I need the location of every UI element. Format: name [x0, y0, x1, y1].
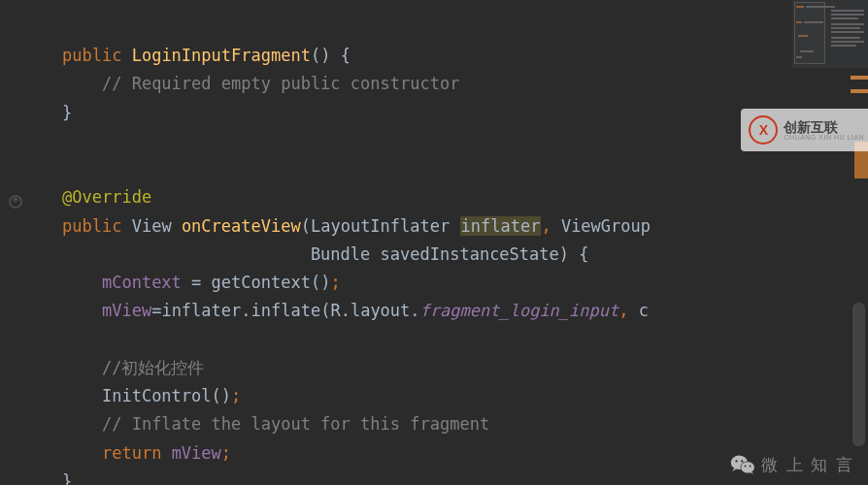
- r-layout-prefix: R.layout.: [330, 301, 419, 320]
- watermark-top-right: X 创新互联 CHUANG XIN HU LIAN: [741, 109, 868, 151]
- watermark-logo-icon: X: [749, 115, 778, 145]
- call-initcontrol: InitControl: [102, 386, 212, 405]
- watermark-bottom-right: 微 上 知 言: [730, 451, 854, 479]
- keyword-return: return: [102, 443, 161, 463]
- watermark-text: 微 上 知 言: [761, 451, 854, 479]
- field-mcontext: mContext: [102, 273, 182, 292]
- annotation-override: @Override: [62, 187, 151, 207]
- svg-point-5: [741, 461, 743, 463]
- call-inflate: inflate: [251, 301, 321, 320]
- watermark-en-text: CHUANG XIN HU LIAN: [784, 134, 864, 141]
- code-area[interactable]: public LoginInputFragment() { // Require…: [62, 14, 868, 485]
- param-inflater-highlighted: inflater: [460, 216, 542, 236]
- svg-point-4: [735, 461, 737, 463]
- editor-gutter: [0, 0, 39, 485]
- return-type: View: [132, 216, 172, 236]
- comment-empty-constructor: // Required empty public constructor: [102, 74, 459, 93]
- param-type: Bundle: [311, 244, 370, 264]
- code-minimap[interactable]: [792, 0, 868, 68]
- param-savedinstancestate: savedInstanceState: [381, 244, 559, 264]
- field-mview: mView: [102, 301, 151, 320]
- svg-point-6: [744, 466, 746, 468]
- field-mview: mView: [172, 443, 221, 463]
- comment-init-controls: //初始化控件: [102, 358, 204, 377]
- keyword-public: public: [62, 46, 121, 65]
- wechat-icon: [730, 454, 755, 475]
- comment-inflate-layout: // Inflate the layout for this fragment: [102, 414, 489, 434]
- param-type: LayoutInflater: [311, 216, 450, 236]
- override-gutter-icon[interactable]: [8, 190, 25, 208]
- method-oncreateview: onCreateView: [182, 216, 301, 236]
- marker[interactable]: [851, 76, 868, 80]
- layout-resource-name: fragment_login_input: [420, 301, 619, 320]
- truncated-arg: c: [639, 301, 649, 320]
- param-type: ViewGroup: [561, 216, 651, 236]
- vertical-scrollbar-thumb[interactable]: [852, 303, 865, 446]
- watermark-cn-text: 创新互联: [784, 120, 864, 134]
- call-getcontext: getContext: [212, 273, 311, 292]
- constructor-name: LoginInputFragment: [132, 46, 311, 65]
- ref-inflater: inflater: [161, 301, 241, 320]
- svg-point-7: [749, 466, 751, 468]
- keyword-public: public: [62, 216, 121, 236]
- marker[interactable]: [851, 89, 868, 93]
